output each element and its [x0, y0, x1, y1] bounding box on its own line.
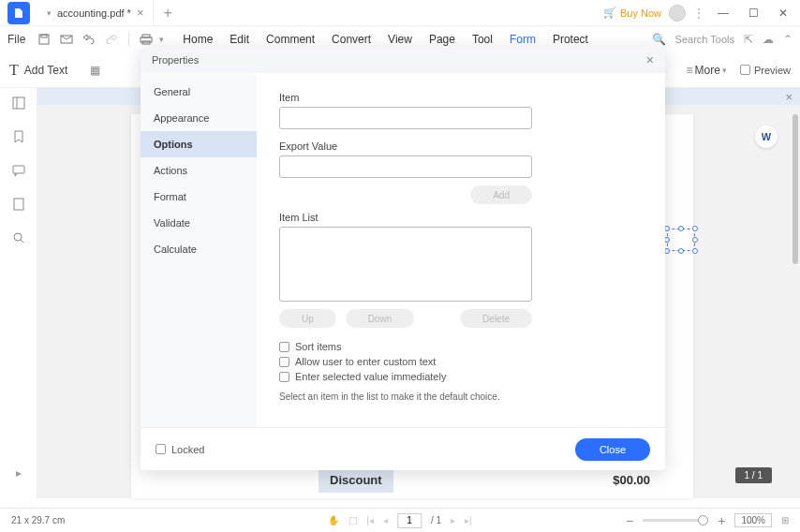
nav-validate[interactable]: Validate	[141, 210, 257, 236]
up-button[interactable]: Up	[279, 309, 336, 328]
hand-tool-icon[interactable]: ✋	[328, 515, 339, 525]
menu-page[interactable]: Page	[429, 33, 455, 46]
kebab-icon[interactable]: ⋮	[693, 7, 704, 20]
form-tool-icon[interactable]: ▦	[90, 64, 100, 77]
undo-icon[interactable]	[80, 30, 98, 49]
nav-appearance[interactable]: Appearance	[141, 105, 257, 131]
fit-page-icon[interactable]: ⊞	[781, 515, 789, 525]
page-dimensions: 21 x 29.7 cm	[11, 515, 65, 525]
zoom-level[interactable]: 100%	[734, 513, 772, 527]
redo-icon[interactable]	[102, 30, 121, 49]
menu-edit[interactable]: Edit	[230, 33, 249, 46]
nav-general[interactable]: General	[141, 79, 257, 105]
collapse-icon[interactable]: ⌃	[783, 33, 793, 46]
svg-rect-8	[13, 166, 24, 173]
custom-text-checkbox[interactable]: Allow user to enter custom text	[279, 356, 643, 367]
menu-form[interactable]: Form	[510, 33, 536, 46]
custom-text-label: Allow user to enter custom text	[295, 356, 436, 367]
search-rail-icon[interactable]	[11, 230, 26, 245]
menu-protect[interactable]: Protect	[553, 33, 588, 46]
item-input[interactable]	[279, 107, 532, 129]
minimize-button[interactable]: —	[712, 2, 734, 24]
add-tab-button[interactable]: +	[154, 5, 181, 22]
discount-value: $00.00	[613, 473, 650, 487]
svg-rect-1	[41, 35, 47, 37]
add-button[interactable]: Add	[470, 185, 532, 204]
delete-button[interactable]: Delete	[460, 309, 532, 328]
dialog-header[interactable]: Properties ×	[141, 47, 665, 73]
locked-label: Locked	[171, 444, 204, 455]
menu-home[interactable]: Home	[183, 33, 213, 46]
immediate-label: Enter selected value immediately	[295, 371, 446, 382]
close-window-button[interactable]: ✕	[772, 2, 794, 24]
left-rail: ▸	[0, 88, 37, 498]
dialog-title: Properties	[152, 54, 199, 66]
prev-page-icon[interactable]: ◂	[383, 515, 388, 525]
thumbnails-icon[interactable]	[11, 96, 26, 111]
nav-options[interactable]: Options	[141, 131, 257, 157]
zoom-slider[interactable]	[643, 519, 708, 522]
nav-actions[interactable]: Actions	[141, 157, 257, 184]
menu-comment[interactable]: Comment	[266, 33, 315, 46]
more-label: More	[695, 64, 720, 77]
mail-icon[interactable]	[57, 30, 76, 49]
buy-now-label: Buy Now	[620, 7, 661, 19]
sort-items-checkbox[interactable]: Sort items	[279, 341, 643, 352]
nav-calculate[interactable]: Calculate	[141, 236, 257, 262]
more-icon: ≡	[687, 64, 693, 77]
nav-format[interactable]: Format	[141, 184, 257, 210]
search-tools-input[interactable]: Search Tools	[675, 34, 734, 45]
search-icon[interactable]: 🔍	[652, 33, 666, 46]
page-number-input[interactable]	[397, 513, 422, 528]
cloud-icon[interactable]: ☁	[763, 33, 774, 46]
file-menu[interactable]: File	[7, 33, 25, 46]
comment-icon[interactable]	[11, 163, 26, 178]
last-page-icon[interactable]: ▸|	[465, 515, 472, 525]
export-value-input[interactable]	[279, 155, 532, 178]
avatar[interactable]	[669, 5, 686, 22]
close-icon[interactable]: ×	[137, 6, 144, 20]
menu-convert[interactable]: Convert	[332, 33, 371, 46]
print-icon[interactable]	[137, 30, 156, 49]
print-dropdown-icon[interactable]: ▾	[159, 35, 164, 44]
menu-view[interactable]: View	[388, 33, 412, 46]
locked-checkbox[interactable]: Locked	[156, 444, 204, 455]
first-page-icon[interactable]: |◂	[366, 515, 374, 525]
svg-line-11	[21, 240, 23, 243]
immediate-checkbox[interactable]: Enter selected value immediately	[279, 371, 643, 382]
dialog-close-icon[interactable]: ×	[646, 52, 654, 67]
statusbar: 21 x 29.7 cm ✋ ⬚ |◂ ◂ / 1 ▸ ▸| − + 100% …	[0, 508, 800, 532]
document-tab[interactable]: ▾ accounting.pdf * ×	[37, 0, 154, 26]
menu-tool[interactable]: Tool	[472, 33, 493, 46]
down-button[interactable]: Down	[346, 309, 415, 328]
item-label: Item	[279, 92, 643, 103]
next-page-icon[interactable]: ▸	[451, 515, 455, 525]
more-button[interactable]: ≡ More ▾	[687, 64, 727, 77]
word-export-icon[interactable]: W	[755, 126, 778, 148]
attachment-icon[interactable]	[11, 197, 26, 212]
zoom-out-icon[interactable]: −	[626, 513, 633, 528]
svg-rect-9	[14, 199, 23, 210]
selected-form-field[interactable]	[667, 229, 695, 251]
item-listbox[interactable]	[279, 227, 532, 302]
cart-icon: 🛒	[603, 7, 616, 19]
preview-checkbox[interactable]: Preview	[740, 65, 791, 76]
dialog-footer: Locked Close	[141, 427, 665, 470]
share-icon[interactable]: ⇱	[744, 33, 753, 46]
scrollbar-thumb[interactable]	[793, 114, 798, 264]
add-text-button[interactable]: T Add Text	[9, 62, 67, 79]
page-total: / 1	[431, 515, 441, 525]
app-icon	[7, 2, 30, 24]
maximize-button[interactable]: ☐	[742, 2, 764, 24]
bookmark-icon[interactable]	[11, 129, 26, 144]
svg-point-10	[14, 233, 22, 241]
chevron-down-icon: ▾	[722, 66, 727, 75]
close-button[interactable]: Close	[575, 438, 650, 461]
titlebar: ▾ accounting.pdf * × + 🛒 Buy Now ⋮ — ☐ ✕	[0, 0, 800, 26]
expand-rail-icon[interactable]: ▸	[16, 466, 22, 480]
select-tool-icon[interactable]: ⬚	[348, 515, 357, 525]
zoom-in-icon[interactable]: +	[718, 513, 725, 528]
save-icon[interactable]	[35, 30, 53, 49]
buy-now-link[interactable]: 🛒 Buy Now	[603, 7, 661, 19]
close-strip-icon[interactable]: ×	[785, 90, 793, 104]
